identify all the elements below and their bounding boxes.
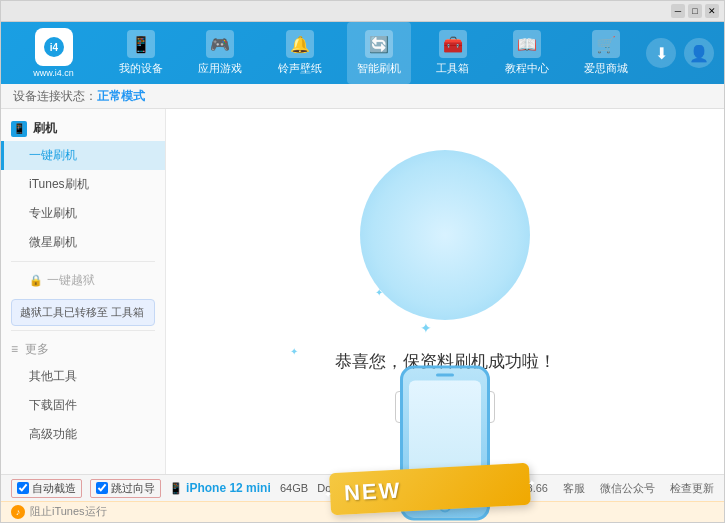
- more-label: 更多: [25, 342, 49, 356]
- sidebar-item-other-tools[interactable]: 其他工具: [1, 362, 165, 391]
- auto-screenshot-input[interactable]: [17, 482, 29, 494]
- nav-smart-flash[interactable]: 🔄 智能刷机: [347, 22, 411, 84]
- titlebar: ─ □ ✕: [1, 1, 724, 22]
- sparkle-2: ✦: [290, 346, 490, 357]
- sidebar-item-one-key-flash[interactable]: 一键刷机: [1, 141, 165, 170]
- logo: i4 www.i4.cn: [11, 28, 96, 78]
- skip-wizard-input[interactable]: [96, 482, 108, 494]
- header: i4 www.i4.cn 📱 我的设备 🎮 应用游戏 🔔 铃声壁纸 🔄 智能刷机: [1, 22, 724, 84]
- sidebar-item-pro-flash[interactable]: 专业刷机: [1, 199, 165, 228]
- sidebar-item-itunes-flash[interactable]: iTunes刷机: [1, 170, 165, 199]
- maximize-button[interactable]: □: [688, 4, 702, 18]
- logo-subtitle: www.i4.cn: [33, 68, 74, 78]
- app-window: ─ □ ✕ i4 www.i4.cn 📱 我的设备 🎮 应用游戏: [0, 0, 725, 523]
- smart-flash-icon: 🔄: [365, 30, 393, 58]
- main-area: 📱 刷机 一键刷机 iTunes刷机 专业刷机 微星刷机 🔒 一键越狱 越狱工具…: [1, 109, 724, 474]
- illustration: ✦ ✦ ✦ NEW: [345, 135, 545, 335]
- nav-smart-flash-label: 智能刷机: [357, 61, 401, 76]
- close-button[interactable]: ✕: [705, 4, 719, 18]
- minimize-button[interactable]: ─: [671, 4, 685, 18]
- phone-speaker: [436, 374, 454, 377]
- lock-icon: 🔒: [29, 274, 43, 287]
- flash-section-header: 📱 刷机: [1, 114, 165, 141]
- itunes-icon: ♪: [11, 505, 25, 519]
- sparkle-3: ✦: [375, 287, 575, 298]
- nav-toolbox[interactable]: 🧰 工具箱: [426, 22, 479, 84]
- flash-section-icon: 📱: [11, 121, 27, 137]
- jailbreak-label: 一键越狱: [47, 272, 95, 289]
- nav-my-device-label: 我的设备: [119, 61, 163, 76]
- logo-icon: i4: [35, 28, 73, 66]
- itunes-running-text[interactable]: 阻止iTunes运行: [30, 504, 107, 519]
- wechat-link[interactable]: 微信公众号: [600, 481, 655, 496]
- sparkle-1: ✦: [420, 320, 620, 336]
- flash-section-label: 刷机: [33, 120, 57, 137]
- download-button[interactable]: ⬇: [646, 38, 676, 68]
- nav-toolbox-label: 工具箱: [436, 61, 469, 76]
- customer-service-link[interactable]: 客服: [563, 481, 585, 496]
- auto-screenshot-checkbox[interactable]: 自动截造: [11, 479, 82, 498]
- account-button[interactable]: 👤: [684, 38, 714, 68]
- nav-shop-label: 爱思商城: [584, 61, 628, 76]
- nav-apps-games-label: 应用游戏: [198, 61, 242, 76]
- nav-apps-games[interactable]: 🎮 应用游戏: [188, 22, 252, 84]
- nav-tutorial[interactable]: 📖 教程中心: [495, 22, 559, 84]
- svg-text:i4: i4: [49, 42, 58, 53]
- nav-tutorial-label: 教程中心: [505, 61, 549, 76]
- new-banner-text: NEW: [343, 478, 402, 506]
- auto-screenshot-label: 自动截造: [32, 481, 76, 496]
- sidebar-item-jailbreak: 🔒 一键越狱: [1, 266, 165, 295]
- device-name: iPhone 12 mini: [186, 481, 271, 495]
- more-icon: ≡: [11, 342, 18, 356]
- sidebar-item-downgrade-flash[interactable]: 微星刷机: [1, 228, 165, 257]
- nav-items: 📱 我的设备 🎮 应用游戏 🔔 铃声壁纸 🔄 智能刷机 🧰 工具箱 📖: [101, 22, 646, 84]
- sidebar-divider-2: [11, 330, 155, 331]
- nav-my-device[interactable]: 📱 我的设备: [109, 22, 173, 84]
- tutorial-icon: 📖: [513, 30, 541, 58]
- skip-wizard-label: 跳过向导: [111, 481, 155, 496]
- ringtone-icon: 🔔: [286, 30, 314, 58]
- check-update-link[interactable]: 检查更新: [670, 481, 714, 496]
- sidebar-item-advanced[interactable]: 高级功能: [1, 420, 165, 449]
- device-storage: 64GB: [280, 482, 308, 494]
- sidebar-divider-1: [11, 261, 155, 262]
- nav-shop[interactable]: 🛒 爱思商城: [574, 22, 638, 84]
- skip-wizard-checkbox[interactable]: 跳过向导: [90, 479, 161, 498]
- status-prefix: 设备连接状态：: [13, 88, 97, 105]
- content-area: ✦ ✦ ✦ NEW 恭喜您，保资料刷机成功啦！: [166, 109, 724, 474]
- jailbreak-notice: 越狱工具已转移至 工具箱: [11, 299, 155, 326]
- apps-games-icon: 🎮: [206, 30, 234, 58]
- sidebar-item-download-firmware[interactable]: 下载固件: [1, 391, 165, 420]
- status-value: 正常模式: [97, 88, 145, 105]
- header-actions: ⬇ 👤: [646, 38, 714, 68]
- shop-icon: 🛒: [592, 30, 620, 58]
- statusbar: 设备连接状态： 正常模式: [1, 84, 724, 109]
- toolbox-icon: 🧰: [439, 30, 467, 58]
- my-device-icon: 📱: [127, 30, 155, 58]
- sidebar: 📱 刷机 一键刷机 iTunes刷机 专业刷机 微星刷机 🔒 一键越狱 越狱工具…: [1, 109, 166, 474]
- nav-ringtone[interactable]: 🔔 铃声壁纸: [268, 22, 332, 84]
- more-section-header: ≡ 更多: [1, 335, 165, 362]
- nav-ringtone-label: 铃声壁纸: [278, 61, 322, 76]
